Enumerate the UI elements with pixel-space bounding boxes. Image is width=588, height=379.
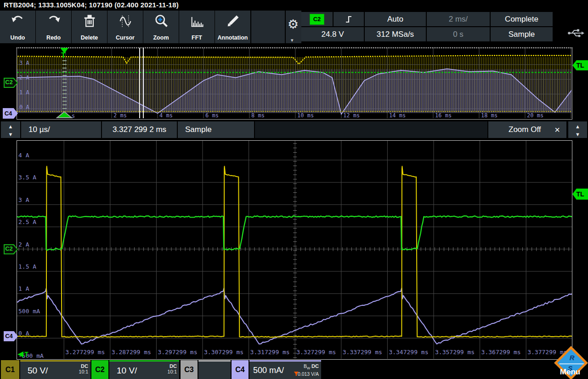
c2-scale: 10 V/ <box>117 366 137 376</box>
overview-time-label: 10 ms <box>297 112 314 119</box>
toolbar-button-label: Cursor <box>107 34 143 41</box>
toolbar-button-cursor[interactable]: Cursor <box>107 11 143 43</box>
c4-scale: 500 mA/ <box>253 366 284 375</box>
toolbar-button-redo[interactable]: Redo <box>36 11 71 43</box>
overview-time-label: 20 ms <box>527 112 543 119</box>
zoom-off-label: Zoom Off <box>509 121 541 138</box>
overview-trigger-hatch-line <box>62 60 67 112</box>
overview-trigger-t-label: T <box>61 52 66 60</box>
c1-trace <box>17 167 572 337</box>
zoom-off-button[interactable]: Zoom Off × <box>488 121 566 138</box>
overview-time-label: 18 ms <box>481 112 498 119</box>
timebase-cell[interactable]: 2 ms/ <box>427 12 490 26</box>
zoom-position-stepper-right[interactable]: ▲▼ <box>568 121 587 138</box>
main-time-label: 3.287299 ms <box>112 349 151 356</box>
title-bar: RTB2004; 1333.1005K04; 107190 (02.400 20… <box>0 0 588 10</box>
toolbar-spacer <box>251 11 285 43</box>
zoom-scale-cell[interactable]: 10 µs/ <box>21 121 101 138</box>
main-c4-reference-marker[interactable]: C4 <box>4 331 18 341</box>
overview-c4-envelope-fill <box>17 69 571 115</box>
channel-panel-c2[interactable]: 10 V/ DC 10:1 <box>109 360 179 379</box>
zoom-scale-stepper-left[interactable]: ▲▼ <box>1 121 20 138</box>
c2-trace <box>17 216 572 250</box>
trigger-mode-cell[interactable]: Auto <box>365 12 426 26</box>
main-amp-label: 1.5 A <box>18 263 36 270</box>
gear-icon: ⚙ <box>288 17 299 32</box>
close-icon[interactable]: × <box>554 121 560 138</box>
settings-button[interactable]: ⚙ ▾ <box>286 11 301 43</box>
overview-trigger-level-marker[interactable]: TL <box>572 60 588 70</box>
overview-c2-reference-marker[interactable]: C2 <box>4 78 18 88</box>
redo-icon <box>36 13 71 32</box>
main-amp-label: 500 mA <box>18 308 40 315</box>
c1-scale: 50 V/ <box>28 366 48 376</box>
main-time-label: 3.307299 ms <box>204 349 243 356</box>
zoom-position-cell[interactable]: 3.327 299 2 ms <box>102 121 177 138</box>
toolbar-button-zoom[interactable]: Zoom <box>143 11 179 43</box>
channel-panel-c3[interactable] <box>198 360 231 379</box>
main-time-label: 3.357299 ms <box>435 349 475 356</box>
menu-button[interactable]: Menu <box>554 368 586 377</box>
channel-badge-c3[interactable]: C3 <box>181 360 198 379</box>
cursor-icon <box>107 13 143 32</box>
main-amp-label: 2.5 A <box>18 218 36 225</box>
toolbar-button-delete[interactable]: Delete <box>72 11 107 43</box>
toolbar-button-label: FFT <box>179 34 215 41</box>
horizontal-position-cell[interactable]: 0 s <box>427 27 490 41</box>
overview-trigger-time-icon[interactable] <box>56 111 73 119</box>
acquisition-mode-cell[interactable]: Sample <box>491 27 553 41</box>
overview-time-label: 4 ms <box>159 112 173 119</box>
main-plot <box>17 141 572 359</box>
main-time-label: 3.317299 ms <box>250 349 290 356</box>
overview-time-label: 2 ms <box>113 112 127 119</box>
main-amp-label: 2 A <box>18 241 29 248</box>
overview-amp-label: 1 A <box>19 89 29 96</box>
toolbar-button-label: Annotation <box>215 34 250 41</box>
overview-time-label: 8 ms <box>251 112 265 119</box>
toolbar-button-label: Delete <box>72 34 107 41</box>
main-time-label: 3.347299 ms <box>389 349 428 356</box>
zoom-icon <box>143 13 179 32</box>
overview-time-label: 14 ms <box>389 112 406 119</box>
overview-c4-reference-marker[interactable]: C4 <box>3 108 18 119</box>
overview-c1-top-envelope <box>17 56 571 64</box>
toolbar-button-label: Zoom <box>143 34 179 41</box>
zoom-area-right-line[interactable] <box>143 48 144 118</box>
main-time-label: 3.367299 ms <box>481 349 521 356</box>
main-time-label: 3.337299 ms <box>343 349 382 356</box>
channel-panel-c1[interactable]: 50 V/ DC 10:1 <box>20 360 90 379</box>
zoom-area-left-line[interactable] <box>139 48 140 118</box>
toolbar-button-fft[interactable]: FFT <box>179 11 215 43</box>
overview-amp-label: 0 A <box>19 104 29 110</box>
main-amp-label: 3.5 A <box>18 174 36 181</box>
channel-panel-c4[interactable]: 500 mA/ BW DC 0.013 V/A <box>249 360 321 379</box>
zoom-acquisition-mode-cell[interactable]: Sample <box>178 121 254 138</box>
toolbar-button-label: Redo <box>36 34 71 41</box>
undo-icon <box>0 13 35 32</box>
usb-icon <box>567 28 585 40</box>
annotation-icon <box>215 13 250 32</box>
sample-rate-cell[interactable]: 312 MSa/s <box>365 27 426 41</box>
overview-zero-seconds-label: s <box>72 113 75 119</box>
overview-time-label: 12 ms <box>343 112 360 119</box>
delete-icon <box>72 13 107 32</box>
toolbar-button-undo[interactable]: Undo <box>0 11 35 43</box>
trigger-level-cell[interactable]: 24.8 V <box>301 27 364 41</box>
channel-badge-c2[interactable]: C2 <box>91 360 108 379</box>
main-amp-label: 1 A <box>18 285 29 292</box>
c2-coupling: DC <box>170 363 177 369</box>
toolbar-button-annotation[interactable]: Annotation <box>215 11 250 43</box>
main-trigger-level-marker[interactable]: TL <box>572 189 588 200</box>
device-id-text: RTB2004; 1333.1005K04; 107190 (02.400 20… <box>4 1 179 9</box>
channel-badge-c4[interactable]: C4 <box>232 360 249 379</box>
main-amp-label: 3 A <box>18 196 29 203</box>
main-time-label: 3.327299 ms <box>296 349 336 356</box>
channel-badge-c1[interactable]: C1 <box>1 360 19 379</box>
main-amp-label: 4 A <box>18 152 29 159</box>
acquisition-status-cell[interactable]: Complete <box>491 12 553 26</box>
trigger-source-cell[interactable]: C2 <box>301 12 333 26</box>
overview-time-label: 6 ms <box>205 112 219 119</box>
trigger-slope-cell[interactable] <box>334 12 364 26</box>
overview-plot <box>17 48 571 118</box>
main-c2-reference-marker[interactable]: C2 <box>4 244 18 254</box>
